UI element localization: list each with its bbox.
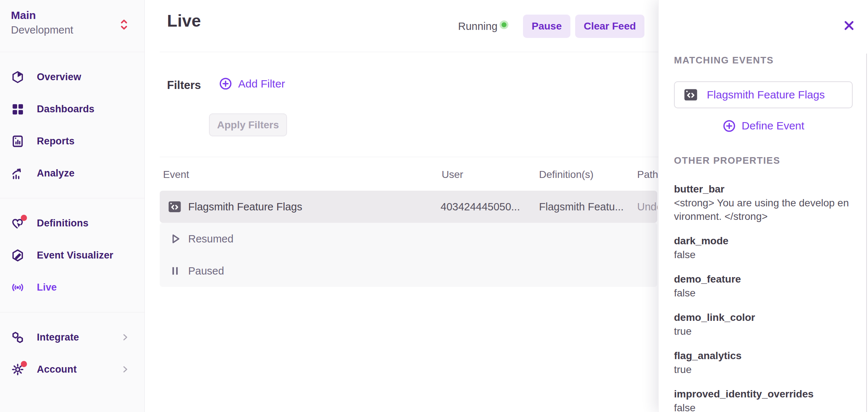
chevron-right-icon: [120, 333, 130, 342]
event-detail-panel: MATCHING EVENTS Flagsmith Feature Flags …: [658, 0, 868, 412]
event-user: 403424445050...: [441, 201, 520, 213]
reports-icon: [11, 135, 24, 148]
feed-status-text: Paused: [188, 265, 224, 277]
sidebar-item-definitions[interactable]: Definitions: [0, 207, 144, 239]
project-environment: Development: [11, 23, 133, 37]
property-item: demo_feature false: [674, 272, 853, 300]
close-panel-button[interactable]: [842, 19, 856, 32]
feed-status-text: Resumed: [188, 233, 233, 245]
feed-status-rows: Resumed Paused: [160, 223, 657, 287]
dashboards-icon: [11, 102, 24, 116]
sidebar: Main Development Overview Dashboards: [0, 0, 145, 412]
add-filter-button[interactable]: Add Filter: [219, 77, 285, 90]
property-item: butter_bar <strong> You are using the de…: [674, 182, 853, 223]
sidebar-group-primary: Overview Dashboards Reports Analyze: [0, 52, 144, 198]
table-row-paused[interactable]: Paused: [160, 255, 657, 287]
sidebar-item-label: Event Visualizer: [37, 250, 113, 261]
notification-dot: [21, 361, 27, 367]
sidebar-item-dashboards[interactable]: Dashboards: [0, 93, 144, 125]
sidebar-item-label: Integrate: [37, 332, 79, 343]
page-title: Live: [167, 11, 201, 31]
chevron-right-icon: [120, 365, 130, 374]
table-row-event[interactable]: Flagsmith Feature Flags 403424445050... …: [160, 191, 657, 223]
table-row-resumed[interactable]: Resumed: [160, 223, 657, 255]
close-icon: [842, 19, 856, 32]
define-event-button[interactable]: Define Event: [674, 118, 853, 134]
sidebar-item-label: Definitions: [37, 218, 89, 229]
sidebar-item-analyze[interactable]: Analyze: [0, 157, 144, 189]
definitions-icon: [11, 217, 24, 230]
project-name: Main: [11, 8, 133, 23]
pause-icon: [168, 264, 182, 277]
account-icon: [11, 363, 24, 376]
event-name: Flagsmith Feature Flags: [188, 201, 302, 213]
sidebar-item-overview[interactable]: Overview: [0, 61, 144, 93]
define-event-label: Define Event: [742, 120, 805, 132]
analyze-icon: [11, 167, 24, 180]
property-item: dark_mode false: [674, 234, 853, 261]
matching-event-card[interactable]: Flagsmith Feature Flags: [674, 81, 853, 108]
sidebar-item-label: Reports: [37, 136, 74, 147]
property-item: flag_analytics true: [674, 349, 853, 376]
sidebar-group-tertiary: Integrate Account: [0, 312, 144, 394]
property-name: demo_feature: [674, 272, 853, 286]
filters-label: Filters: [167, 79, 201, 92]
matching-events-heading: MATCHING EVENTS: [674, 55, 853, 66]
clear-feed-button[interactable]: Clear Feed: [575, 15, 644, 38]
sidebar-item-integrate[interactable]: Integrate: [0, 321, 144, 353]
project-switcher[interactable]: Main Development: [0, 0, 144, 52]
apply-filters-button[interactable]: Apply Filters: [209, 113, 287, 136]
property-name: demo_link_color: [674, 311, 853, 324]
property-value: <strong> You are using the develop envir…: [674, 196, 853, 223]
code-window-icon: [683, 87, 699, 103]
add-filter-label: Add Filter: [238, 78, 285, 90]
property-value: false: [674, 401, 853, 412]
property-name: improved_identity_overrides: [674, 387, 853, 401]
property-name: butter_bar: [674, 182, 853, 196]
event-feed-table: Flagsmith Feature Flags 403424445050... …: [160, 191, 657, 287]
property-value: true: [674, 363, 853, 376]
property-value: true: [674, 324, 853, 338]
property-name: dark_mode: [674, 234, 853, 248]
sidebar-item-account[interactable]: Account: [0, 353, 144, 385]
property-name: flag_analytics: [674, 349, 853, 363]
sidebar-item-label: Live: [37, 282, 57, 293]
sidebar-item-label: Dashboards: [37, 104, 94, 115]
code-window-icon: [167, 199, 182, 214]
event-definitions: Flagsmith Featu...: [539, 201, 624, 213]
status-green-dot: [500, 20, 508, 29]
sidebar-item-event-visualizer[interactable]: Event Visualizer: [0, 239, 144, 271]
play-icon: [168, 232, 182, 245]
column-header-definitions: Definition(s): [539, 169, 593, 180]
plus-circle-icon: [219, 77, 232, 90]
sidebar-item-label: Analyze: [37, 168, 74, 179]
property-item: improved_identity_overrides false: [674, 387, 853, 412]
sidebar-item-reports[interactable]: Reports: [0, 125, 144, 157]
sidebar-item-label: Account: [37, 364, 77, 375]
plus-circle-icon: [722, 119, 736, 133]
property-value: false: [674, 248, 853, 261]
property-value: false: [674, 286, 853, 300]
integrate-icon: [11, 331, 24, 344]
other-properties-heading: OTHER PROPERTIES: [674, 155, 853, 166]
properties-list: butter_bar <strong> You are using the de…: [674, 182, 853, 412]
sidebar-item-live[interactable]: Live: [0, 271, 144, 303]
column-header-path: Path: [637, 169, 658, 180]
overview-icon: [11, 70, 24, 84]
live-feed-page: Main Development Overview Dashboards: [0, 0, 868, 412]
matching-event-name: Flagsmith Feature Flags: [707, 89, 825, 101]
sidebar-item-label: Overview: [37, 71, 81, 83]
property-item: demo_link_color true: [674, 311, 853, 338]
column-header-event: Event: [163, 169, 189, 180]
updown-chevron-icon[interactable]: [119, 18, 129, 31]
event-visualizer-icon: [11, 249, 24, 262]
sidebar-group-secondary: Definitions Event Visualizer Live: [0, 198, 144, 312]
notification-dot: [21, 215, 27, 221]
panel-scrollbar[interactable]: [866, 54, 867, 412]
event-path: Undefined: [637, 201, 658, 213]
live-icon: [11, 281, 24, 294]
feed-status-label: Running: [458, 20, 497, 32]
column-header-user: User: [442, 169, 463, 180]
pause-button[interactable]: Pause: [523, 15, 570, 38]
